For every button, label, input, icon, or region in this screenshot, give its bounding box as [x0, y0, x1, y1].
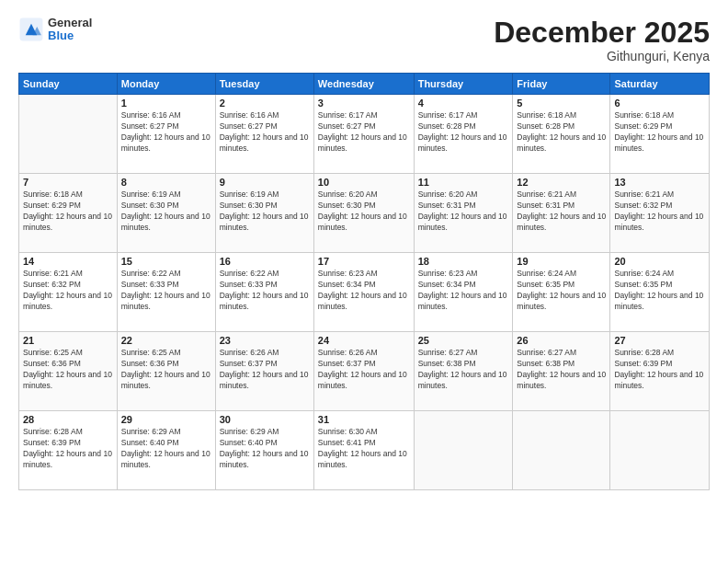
calendar-cell [19, 95, 118, 174]
column-header-wednesday: Wednesday [313, 74, 414, 95]
calendar-cell: 14Sunrise: 6:21 AM Sunset: 6:32 PM Dayli… [19, 253, 118, 332]
calendar-cell: 31Sunrise: 6:30 AM Sunset: 6:41 PM Dayli… [313, 411, 414, 490]
calendar-header-row: SundayMondayTuesdayWednesdayThursdayFrid… [19, 74, 710, 95]
day-info: Sunrise: 6:27 AM Sunset: 6:38 PM Dayligh… [418, 348, 509, 392]
day-info: Sunrise: 6:30 AM Sunset: 6:41 PM Dayligh… [318, 427, 410, 471]
calendar-cell: 7Sunrise: 6:18 AM Sunset: 6:29 PM Daylig… [19, 174, 118, 253]
day-info: Sunrise: 6:17 AM Sunset: 6:27 PM Dayligh… [318, 110, 410, 155]
logo-text: General Blue [48, 17, 92, 43]
day-info: Sunrise: 6:16 AM Sunset: 6:27 PM Dayligh… [220, 110, 310, 155]
logo-icon [18, 17, 44, 42]
day-info: Sunrise: 6:20 AM Sunset: 6:31 PM Dayligh… [418, 190, 509, 234]
day-number: 18 [418, 256, 509, 267]
day-number: 16 [220, 256, 310, 267]
calendar-cell: 28Sunrise: 6:28 AM Sunset: 6:39 PM Dayli… [19, 411, 118, 490]
calendar-cell: 25Sunrise: 6:27 AM Sunset: 6:38 PM Dayli… [414, 332, 513, 411]
day-info: Sunrise: 6:28 AM Sunset: 6:39 PM Dayligh… [614, 348, 705, 392]
day-info: Sunrise: 6:19 AM Sunset: 6:30 PM Dayligh… [220, 190, 310, 234]
day-info: Sunrise: 6:22 AM Sunset: 6:33 PM Dayligh… [220, 269, 310, 313]
day-info: Sunrise: 6:28 AM Sunset: 6:39 PM Dayligh… [23, 427, 113, 471]
day-number: 30 [220, 414, 310, 425]
title-block: December 2025 Githunguri, Kenya [494, 17, 710, 63]
day-number: 10 [318, 177, 410, 188]
day-number: 31 [318, 414, 410, 425]
day-number: 27 [614, 335, 705, 346]
calendar-cell: 9Sunrise: 6:19 AM Sunset: 6:30 PM Daylig… [215, 174, 313, 253]
calendar-cell: 29Sunrise: 6:29 AM Sunset: 6:40 PM Dayli… [117, 411, 215, 490]
day-number: 14 [23, 256, 113, 267]
day-info: Sunrise: 6:24 AM Sunset: 6:35 PM Dayligh… [517, 269, 606, 313]
day-info: Sunrise: 6:21 AM Sunset: 6:31 PM Dayligh… [517, 190, 606, 234]
day-number: 17 [318, 256, 410, 267]
calendar-cell: 5Sunrise: 6:18 AM Sunset: 6:28 PM Daylig… [513, 95, 610, 174]
day-number: 23 [220, 335, 310, 346]
calendar-week-row: 14Sunrise: 6:21 AM Sunset: 6:32 PM Dayli… [19, 253, 710, 332]
day-number: 21 [23, 335, 113, 346]
calendar-cell: 21Sunrise: 6:25 AM Sunset: 6:36 PM Dayli… [19, 332, 118, 411]
day-info: Sunrise: 6:16 AM Sunset: 6:27 PM Dayligh… [121, 110, 211, 155]
day-number: 3 [318, 98, 410, 109]
day-number: 15 [121, 256, 211, 267]
day-info: Sunrise: 6:27 AM Sunset: 6:38 PM Dayligh… [517, 348, 606, 392]
calendar-cell: 30Sunrise: 6:29 AM Sunset: 6:40 PM Dayli… [215, 411, 313, 490]
day-number: 12 [517, 177, 606, 188]
calendar-cell: 1Sunrise: 6:16 AM Sunset: 6:27 PM Daylig… [117, 95, 215, 174]
calendar-cell: 8Sunrise: 6:19 AM Sunset: 6:30 PM Daylig… [117, 174, 215, 253]
column-header-tuesday: Tuesday [215, 74, 313, 95]
header: General Blue December 2025 Githunguri, K… [18, 17, 710, 63]
calendar-cell: 26Sunrise: 6:27 AM Sunset: 6:38 PM Dayli… [513, 332, 610, 411]
day-info: Sunrise: 6:26 AM Sunset: 6:37 PM Dayligh… [318, 348, 410, 392]
calendar-cell: 23Sunrise: 6:26 AM Sunset: 6:37 PM Dayli… [215, 332, 313, 411]
calendar-week-row: 7Sunrise: 6:18 AM Sunset: 6:29 PM Daylig… [19, 174, 710, 253]
column-header-sunday: Sunday [19, 74, 118, 95]
day-info: Sunrise: 6:18 AM Sunset: 6:29 PM Dayligh… [23, 190, 113, 234]
calendar-cell: 6Sunrise: 6:18 AM Sunset: 6:29 PM Daylig… [610, 95, 710, 174]
day-info: Sunrise: 6:23 AM Sunset: 6:34 PM Dayligh… [318, 269, 410, 313]
logo-blue-text: Blue [48, 29, 92, 42]
day-number: 25 [418, 335, 509, 346]
day-info: Sunrise: 6:19 AM Sunset: 6:30 PM Dayligh… [121, 190, 211, 234]
day-info: Sunrise: 6:17 AM Sunset: 6:28 PM Dayligh… [418, 110, 509, 155]
calendar-cell: 27Sunrise: 6:28 AM Sunset: 6:39 PM Dayli… [610, 332, 710, 411]
day-info: Sunrise: 6:22 AM Sunset: 6:33 PM Dayligh… [121, 269, 211, 313]
day-number: 20 [614, 256, 705, 267]
day-number: 5 [517, 98, 606, 109]
calendar-cell: 16Sunrise: 6:22 AM Sunset: 6:33 PM Dayli… [215, 253, 313, 332]
calendar-cell: 24Sunrise: 6:26 AM Sunset: 6:37 PM Dayli… [313, 332, 414, 411]
day-number: 8 [121, 177, 211, 188]
calendar-cell [414, 411, 513, 490]
calendar-cell [610, 411, 710, 490]
location-subtitle: Githunguri, Kenya [494, 49, 710, 63]
column-header-thursday: Thursday [414, 74, 513, 95]
calendar-cell [513, 411, 610, 490]
day-info: Sunrise: 6:29 AM Sunset: 6:40 PM Dayligh… [121, 427, 211, 471]
day-number: 29 [121, 414, 211, 425]
day-number: 4 [418, 98, 509, 109]
calendar-cell: 17Sunrise: 6:23 AM Sunset: 6:34 PM Dayli… [313, 253, 414, 332]
calendar-table: SundayMondayTuesdayWednesdayThursdayFrid… [18, 73, 710, 490]
calendar-cell: 2Sunrise: 6:16 AM Sunset: 6:27 PM Daylig… [215, 95, 313, 174]
column-header-monday: Monday [117, 74, 215, 95]
day-info: Sunrise: 6:21 AM Sunset: 6:32 PM Dayligh… [614, 190, 705, 234]
day-number: 11 [418, 177, 509, 188]
calendar-cell: 22Sunrise: 6:25 AM Sunset: 6:36 PM Dayli… [117, 332, 215, 411]
day-info: Sunrise: 6:20 AM Sunset: 6:30 PM Dayligh… [318, 190, 410, 234]
calendar-cell: 3Sunrise: 6:17 AM Sunset: 6:27 PM Daylig… [313, 95, 414, 174]
calendar-cell: 11Sunrise: 6:20 AM Sunset: 6:31 PM Dayli… [414, 174, 513, 253]
calendar-cell: 20Sunrise: 6:24 AM Sunset: 6:35 PM Dayli… [610, 253, 710, 332]
day-number: 9 [220, 177, 310, 188]
day-number: 6 [614, 98, 705, 109]
calendar-cell: 10Sunrise: 6:20 AM Sunset: 6:30 PM Dayli… [313, 174, 414, 253]
day-info: Sunrise: 6:25 AM Sunset: 6:36 PM Dayligh… [121, 348, 211, 392]
calendar-week-row: 28Sunrise: 6:28 AM Sunset: 6:39 PM Dayli… [19, 411, 710, 490]
day-info: Sunrise: 6:26 AM Sunset: 6:37 PM Dayligh… [220, 348, 310, 392]
day-number: 7 [23, 177, 113, 188]
calendar-cell: 18Sunrise: 6:23 AM Sunset: 6:34 PM Dayli… [414, 253, 513, 332]
day-info: Sunrise: 6:18 AM Sunset: 6:28 PM Dayligh… [517, 110, 606, 155]
day-number: 1 [121, 98, 211, 109]
logo-general-text: General [48, 17, 92, 29]
day-info: Sunrise: 6:23 AM Sunset: 6:34 PM Dayligh… [418, 269, 509, 313]
logo: General Blue [18, 17, 92, 43]
column-header-friday: Friday [513, 74, 610, 95]
calendar-cell: 15Sunrise: 6:22 AM Sunset: 6:33 PM Dayli… [117, 253, 215, 332]
